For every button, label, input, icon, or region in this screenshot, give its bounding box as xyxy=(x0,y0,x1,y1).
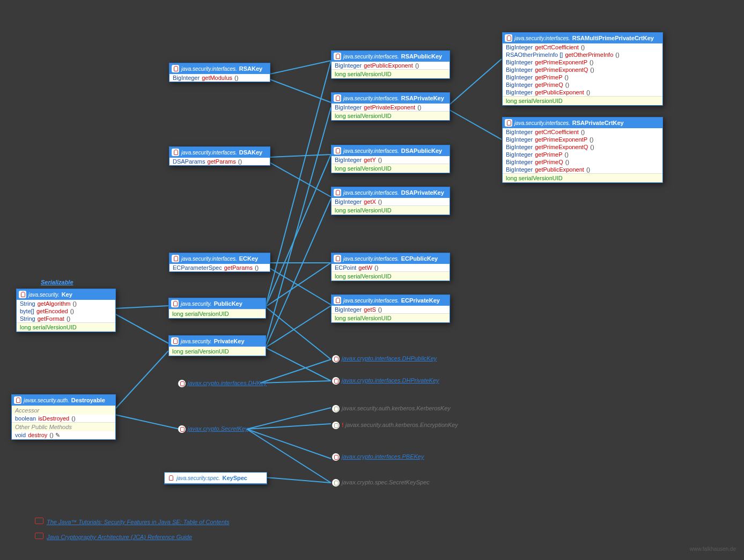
class-icon xyxy=(332,479,340,487)
oracle-icon xyxy=(35,518,43,524)
link-kerberoskey[interactable]: javax.security.auth.kerberos.KerberosKey xyxy=(332,405,451,412)
svg-line-2 xyxy=(115,351,168,409)
box-ecpublickey[interactable]: java.security.interfaces.ECPublicKey ECP… xyxy=(331,253,450,281)
svg-line-7 xyxy=(270,163,331,197)
svg-line-14 xyxy=(266,107,331,343)
link-dhpublickey[interactable]: javax.crypto.interfaces.DHPublicKey xyxy=(332,355,437,363)
box-rsakey[interactable]: java.security.interfaces.RSAKey BigInteg… xyxy=(169,63,270,82)
interface-icon xyxy=(334,147,341,154)
interface-icon xyxy=(14,396,21,404)
svg-line-26 xyxy=(266,477,331,483)
interface-icon xyxy=(172,255,179,262)
svg-line-5 xyxy=(270,79,331,102)
footer-link-jca[interactable]: Java Cryptography Architecture (JCA) Ref… xyxy=(35,533,192,540)
svg-line-13 xyxy=(266,307,331,359)
box-rsamultiprime[interactable]: java.security.interfaces.RSAMultiPrimePr… xyxy=(502,32,663,106)
svg-line-20 xyxy=(247,408,331,429)
svg-line-18 xyxy=(260,359,331,383)
interface-icon xyxy=(332,453,340,461)
box-dsakey[interactable]: java.security.interfaces.DSAKey DSAParam… xyxy=(169,146,270,166)
svg-line-12 xyxy=(266,263,331,307)
svg-line-15 xyxy=(266,198,331,348)
box-rsaprivatekey[interactable]: java.security.interfaces.RSAPrivateKey B… xyxy=(331,92,450,121)
svg-line-17 xyxy=(266,348,331,381)
svg-line-4 xyxy=(270,61,331,74)
svg-line-22 xyxy=(247,429,331,459)
svg-line-24 xyxy=(450,59,502,105)
interface-icon xyxy=(332,377,340,385)
interface-icon xyxy=(334,189,341,196)
link-secretkey[interactable]: javax.crypto.SecretKey xyxy=(178,425,248,433)
svg-line-16 xyxy=(266,306,331,348)
interface-icon xyxy=(178,425,186,433)
svg-line-1 xyxy=(115,314,168,343)
svg-line-6 xyxy=(270,154,331,157)
box-key[interactable]: java.security.Key StringgetAlgorithm() b… xyxy=(16,289,116,332)
interface-icon xyxy=(334,255,341,262)
interface-icon xyxy=(334,94,341,102)
interface-icon xyxy=(172,149,179,156)
serializable-label[interactable]: Serializable xyxy=(41,279,73,285)
interface-icon xyxy=(172,65,179,72)
interface-icon xyxy=(505,34,512,42)
class-icon xyxy=(332,405,340,412)
link-pbekey[interactable]: javax.crypto.interfaces.PBEKey xyxy=(332,453,424,461)
box-destroyable[interactable]: javax.security.auth.Destroyable Accessor… xyxy=(11,394,116,440)
svg-line-9 xyxy=(270,268,331,305)
box-eckey[interactable]: java.security.interfaces.ECKey ECParamet… xyxy=(169,253,270,272)
svg-line-21 xyxy=(247,424,331,429)
watermark: www.falkhausen.de xyxy=(690,546,736,552)
box-dsaprivatekey[interactable]: java.security.interfaces.DSAPrivateKey B… xyxy=(331,187,450,215)
box-rsapublickey[interactable]: java.security.interfaces.RSAPublicKey Bi… xyxy=(331,50,450,79)
interface-icon xyxy=(334,53,341,60)
interface-icon xyxy=(19,291,26,298)
diagram-canvas: { "serializable":"Serializable", "boxes"… xyxy=(0,0,744,560)
link-dhprivatekey[interactable]: javax.crypto.interfaces.DHPrivateKey xyxy=(332,377,439,385)
class-icon xyxy=(332,422,340,429)
oracle-icon xyxy=(35,533,43,539)
box-rsaprivatecrtkey[interactable]: java.security.interfaces.RSAPrivateCrtKe… xyxy=(502,117,663,183)
svg-line-3 xyxy=(115,415,180,429)
box-ecprivatekey[interactable]: java.security.interfaces.ECPrivateKey Bi… xyxy=(331,294,450,323)
box-publickey[interactable]: java.security.PublicKey long serialVersi… xyxy=(168,298,266,319)
svg-line-25 xyxy=(450,110,502,139)
interface-icon xyxy=(334,297,341,304)
interface-icon xyxy=(171,300,179,307)
box-privatekey[interactable]: java.security.PrivateKey long serialVers… xyxy=(168,335,266,356)
box-keyspec[interactable]: java.security.spec.KeySpec xyxy=(164,472,267,484)
link-secretkeyspec[interactable]: javax.crypto.spec.SecretKeySpec xyxy=(332,479,430,487)
svg-line-10 xyxy=(266,61,331,307)
svg-line-0 xyxy=(115,306,168,308)
interface-icon xyxy=(332,355,340,363)
interface-icon xyxy=(167,474,174,482)
footer-link-tutorials[interactable]: The Java™ Tutorials: Security Features i… xyxy=(35,518,230,525)
svg-line-11 xyxy=(266,154,331,307)
svg-line-19 xyxy=(260,381,331,383)
link-encryptionkey[interactable]: ! javax.security.auth.kerberos.Encryptio… xyxy=(332,422,458,429)
interface-icon xyxy=(505,119,512,127)
interface-icon xyxy=(171,337,179,345)
interface-icon xyxy=(178,380,186,387)
box-dsapublickey[interactable]: java.security.interfaces.DSAPublicKey Bi… xyxy=(331,145,450,173)
link-dhkey[interactable]: javax.crypto.interfaces.DHKey xyxy=(178,380,267,387)
